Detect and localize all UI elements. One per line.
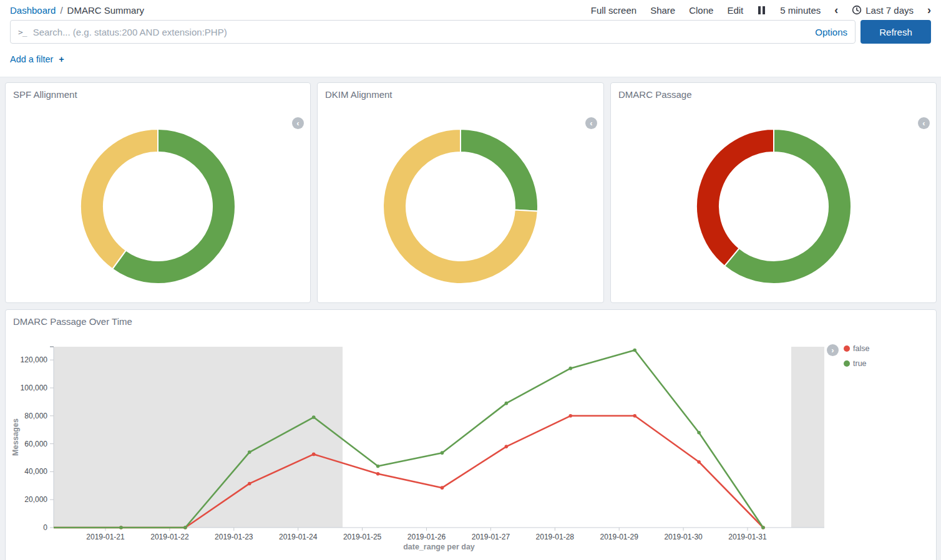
svg-text:2019-01-30: 2019-01-30	[664, 533, 703, 541]
svg-text:120,000: 120,000	[21, 355, 48, 364]
panel-title: DMARC Passage	[611, 83, 936, 106]
svg-text:2019-01-25: 2019-01-25	[343, 533, 382, 541]
breadcrumb-dashboard-link[interactable]: Dashboard	[10, 5, 56, 16]
panel-dmarc-passage: DMARC Passage ‹	[610, 82, 937, 303]
search-input[interactable]	[33, 27, 808, 37]
clock-icon	[852, 5, 862, 15]
svg-text:2019-01-26: 2019-01-26	[407, 533, 446, 541]
panel-title: SPF Allignment	[6, 83, 310, 106]
menu-item-clone[interactable]: Clone	[689, 5, 713, 16]
refresh-button[interactable]: Refresh	[861, 20, 931, 44]
svg-text:2019-01-21: 2019-01-21	[86, 533, 125, 541]
breadcrumb-current: DMARC Summary	[67, 5, 144, 16]
search-box: >_ Options	[10, 20, 856, 44]
top-menu: Full screen Share Clone Edit 5 minutes ‹…	[591, 4, 931, 16]
add-filter-link[interactable]: Add a filter +	[10, 54, 64, 64]
svg-text:2019-01-28: 2019-01-28	[536, 533, 575, 541]
svg-text:2019-01-31: 2019-01-31	[728, 533, 767, 541]
false-series-dot	[844, 345, 850, 352]
svg-text:Messages: Messages	[11, 418, 20, 456]
options-link[interactable]: Options	[807, 27, 847, 37]
svg-text:80,000: 80,000	[24, 412, 47, 420]
legend-label: false	[853, 344, 869, 353]
plus-icon: +	[59, 54, 64, 64]
breadcrumb: Dashboard / DMARC Summary	[10, 5, 144, 16]
dashboard-grid: SPF Allignment ‹ DKIM Alignment ‹ DMARC …	[0, 82, 941, 560]
svg-text:40,000: 40,000	[24, 467, 47, 476]
time-picker-button[interactable]: Last 7 days	[852, 5, 914, 16]
dmarc-over-time-chart[interactable]: 020,00040,00060,00080,000100,000120,0002…	[6, 310, 936, 560]
chart-legend: › false true	[827, 344, 869, 374]
legend-expand-icon[interactable]: ›	[827, 344, 839, 356]
panel-dkim-alignment: DKIM Alignment ‹	[317, 82, 604, 303]
spf-donut-chart[interactable]	[6, 128, 310, 285]
kibana-dashboard-page: Dashboard / DMARC Summary Full screen Sh…	[0, 0, 941, 560]
dkim-donut-chart[interactable]	[318, 128, 603, 285]
top-nav-bar: Dashboard / DMARC Summary Full screen Sh…	[10, 2, 931, 17]
svg-text:2019-01-22: 2019-01-22	[150, 533, 189, 541]
menu-item-edit[interactable]: Edit	[727, 5, 743, 16]
svg-text:60,000: 60,000	[24, 440, 47, 448]
svg-text:date_range per day: date_range per day	[403, 543, 475, 551]
legend-item-true[interactable]: true	[844, 359, 869, 368]
svg-text:2019-01-24: 2019-01-24	[279, 533, 318, 541]
dmarc-donut-chart[interactable]	[611, 128, 936, 285]
svg-text:20,000: 20,000	[24, 495, 47, 504]
true-series-dot	[844, 360, 850, 367]
menu-item-full-screen[interactable]: Full screen	[591, 5, 636, 16]
chevron-left-icon[interactable]: ‹	[834, 4, 838, 16]
chevron-right-icon[interactable]: ›	[927, 4, 931, 16]
svg-text:0: 0	[43, 523, 47, 532]
panel-title: DKIM Alignment	[318, 83, 603, 106]
time-range-label: Last 7 days	[865, 5, 914, 16]
refresh-interval-button[interactable]: 5 minutes	[780, 5, 821, 16]
filter-bar: Add a filter +	[10, 54, 931, 66]
dashboard-header: Dashboard / DMARC Summary Full screen Sh…	[0, 0, 941, 77]
add-filter-label: Add a filter	[10, 54, 53, 64]
query-bar: >_ Options Refresh	[10, 20, 931, 44]
legend-label: true	[853, 359, 867, 368]
panel-dmarc-passage-over-time: DMARC Passage Over Time 020,00040,00060,…	[5, 309, 937, 560]
menu-item-share[interactable]: Share	[650, 5, 675, 16]
breadcrumb-separator: /	[60, 5, 62, 16]
legend-item-false[interactable]: false	[844, 344, 869, 353]
console-prompt-icon: >_	[18, 27, 27, 37]
svg-text:2019-01-29: 2019-01-29	[600, 533, 639, 541]
svg-text:100,000: 100,000	[21, 384, 48, 392]
svg-text:2019-01-27: 2019-01-27	[472, 533, 510, 541]
svg-text:2019-01-23: 2019-01-23	[215, 533, 253, 541]
pause-icon[interactable]	[757, 6, 766, 14]
panel-spf-alignment: SPF Allignment ‹	[5, 82, 311, 303]
